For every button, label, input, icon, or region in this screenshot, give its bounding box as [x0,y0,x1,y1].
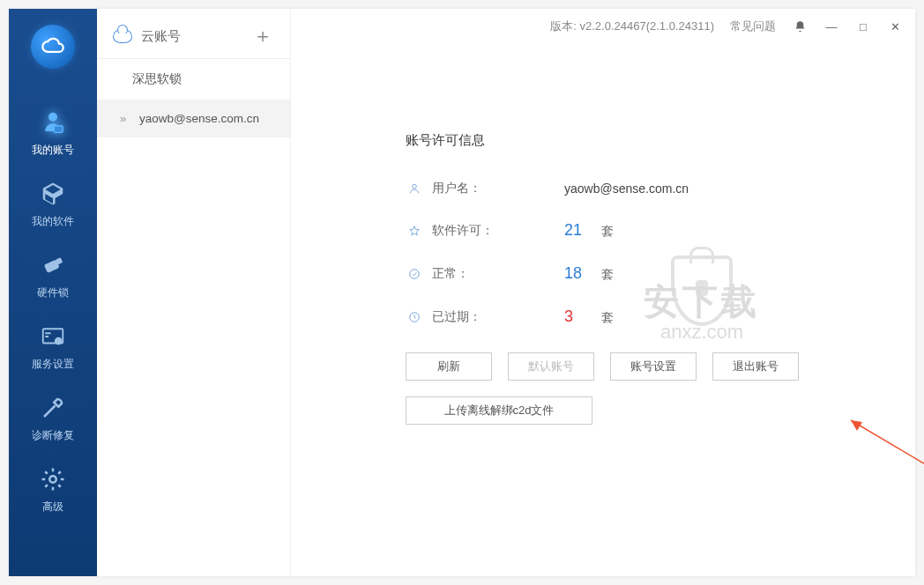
svg-rect-0 [54,126,63,133]
cloud-icon [113,29,132,43]
nav-label: 我的软件 [32,214,74,229]
left-nav: 我的账号 我的软件 硬件锁 服务设置 诊断修复 [9,9,97,576]
close-button[interactable]: ✕ [887,19,903,34]
account-license-info: 账号许可信息 用户名： yaowb@sense.com.cn 软件许可： 21套… [291,9,915,425]
nav-label: 高级 [42,500,63,515]
repair-icon [38,393,68,423]
nav-label: 我的账号 [32,143,74,158]
svg-point-7 [410,269,420,278]
row-expired-count: 已过期： 3套 [406,307,915,326]
default-account-button[interactable]: 默认账号 [508,352,594,381]
clock-icon [406,311,423,323]
gear-icon [38,464,68,494]
svg-point-6 [413,184,417,189]
account-settings-button[interactable]: 账号设置 [610,352,697,381]
upload-c2d-button[interactable]: 上传离线解绑c2d文件 [406,396,592,425]
row-license-count: 软件许可： 21套 [406,221,915,240]
refresh-button[interactable]: 刷新 [406,352,492,381]
expired-count: 3 [564,307,587,326]
star-icon [406,225,423,237]
service-icon [38,322,68,352]
account-icon [38,107,68,137]
logout-button[interactable]: 退出账号 [712,352,799,381]
nav-label: 诊断修复 [32,428,74,443]
nav-my-account[interactable]: 我的账号 [9,95,97,167]
nav-dongle[interactable]: 硬件锁 [9,238,97,309]
nav-diagnose-repair[interactable]: 诊断修复 [9,381,97,452]
nav-advanced[interactable]: 高级 [9,452,97,523]
nav-label: 服务设置 [32,357,74,372]
minimize-button[interactable]: — [823,19,839,34]
action-buttons: 刷新 默认账号 账号设置 退出账号 [406,352,915,381]
account-sidebar: 云账号 ＋ 深思软锁 yaowb@sense.com.cn [97,9,291,576]
nav-label: 硬件锁 [37,285,69,300]
check-icon [406,268,423,280]
titlebar: 版本: v2.2.0.24467(2.1.0.24311) 常见问题 — □ ✕ [291,9,915,44]
maximize-button[interactable]: □ [855,19,871,34]
add-account-button[interactable]: ＋ [253,26,272,46]
section-title: 账号许可信息 [406,132,915,149]
app-logo [31,25,75,69]
software-icon [38,179,68,209]
version-label: 版本: v2.2.0.24467(2.1.0.24311) [550,19,714,34]
normal-count: 18 [564,264,587,283]
bell-icon[interactable] [792,19,808,34]
sidebar-item-account[interactable]: yaowb@sense.com.cn [97,100,290,137]
app-window: 我的账号 我的软件 硬件锁 服务设置 诊断修复 [9,9,915,576]
main-panel: 版本: v2.2.0.24467(2.1.0.24311) 常见问题 — □ ✕… [291,9,915,576]
user-icon [406,182,423,195]
sidebar-header: 云账号 ＋ [97,9,290,59]
svg-point-5 [49,476,56,483]
row-username: 用户名： yaowb@sense.com.cn [406,181,915,196]
faq-link[interactable]: 常见问题 [730,19,776,34]
svg-line-9 [851,420,924,493]
nav-my-software[interactable]: 我的软件 [9,167,97,238]
row-normal-count: 正常： 18套 [406,264,915,283]
username-value: yaowb@sense.com.cn [564,181,689,196]
svg-point-4 [56,337,63,344]
sidebar-title: 云账号 [141,28,181,45]
dongle-icon [38,250,68,280]
sidebar-item-vendor[interactable]: 深思软锁 [97,59,290,100]
nav-service-settings[interactable]: 服务设置 [9,309,97,381]
license-count: 21 [564,221,587,240]
cloud-icon [41,34,65,59]
